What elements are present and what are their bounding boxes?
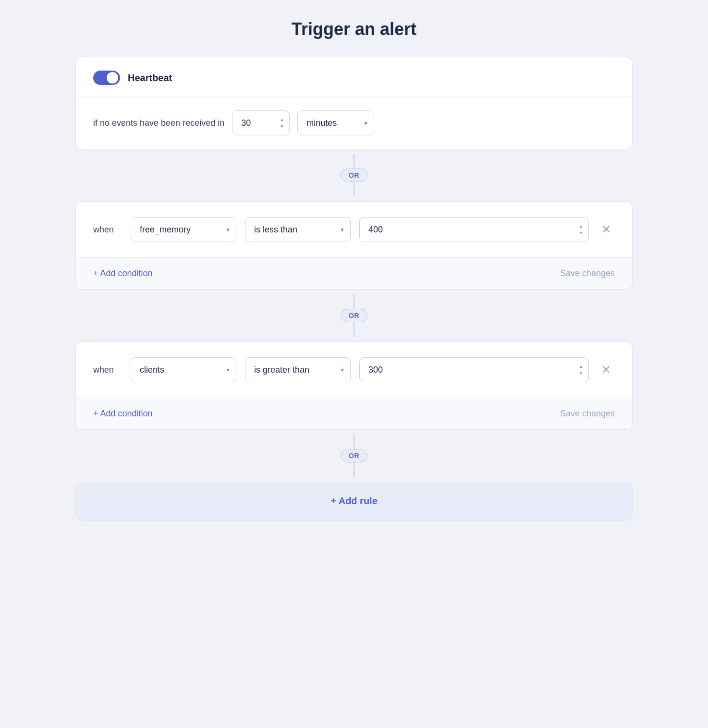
heartbeat-header: Heartbeat xyxy=(76,57,632,97)
condition-row-1: when free_memory clients cpu_usage memor… xyxy=(93,217,615,242)
heartbeat-unit-wrapper: minutes hours days ▾ xyxy=(297,110,374,135)
heartbeat-toggle[interactable] xyxy=(93,71,120,85)
rule-card-2: when free_memory clients cpu_usage memor… xyxy=(75,341,633,430)
value-wrapper-2: ▲ ▼ xyxy=(359,357,589,382)
or-line-bottom-3 xyxy=(354,462,354,477)
or-line-top-2 xyxy=(354,294,354,309)
heartbeat-description: if no events have been received in xyxy=(93,118,224,128)
condition-row-2: when free_memory clients cpu_usage memor… xyxy=(93,357,615,382)
add-condition-btn-1[interactable]: + Add condition xyxy=(93,268,153,279)
add-rule-btn[interactable]: + Add rule xyxy=(330,496,378,507)
when-label-2: when xyxy=(93,365,122,375)
operator-select-wrapper-1: is less than is greater than is equal to… xyxy=(245,217,351,242)
or-line-top-1 xyxy=(354,154,354,169)
rule-card-2-footer: + Add condition Save changes xyxy=(76,398,632,429)
heartbeat-spinner: ▲ ▼ xyxy=(278,117,286,129)
save-changes-btn-2[interactable]: Save changes xyxy=(560,409,615,419)
value-increment-2[interactable]: ▲ xyxy=(577,364,585,369)
or-connector-1: OR xyxy=(341,149,367,201)
value-input-2[interactable] xyxy=(359,357,589,382)
or-connector-2: OR xyxy=(341,290,367,341)
or-line-bottom-2 xyxy=(354,322,354,337)
add-condition-btn-2[interactable]: + Add condition xyxy=(93,409,153,419)
value-input-1[interactable] xyxy=(359,217,589,242)
value-increment-1[interactable]: ▲ xyxy=(577,223,585,229)
value-decrement-2[interactable]: ▼ xyxy=(577,370,585,376)
or-connector-3: OR xyxy=(341,430,367,482)
rule-card-1: when free_memory clients cpu_usage memor… xyxy=(75,201,633,290)
value-spinner-2: ▲ ▼ xyxy=(577,364,585,376)
heartbeat-body: if no events have been received in ▲ ▼ m… xyxy=(76,97,632,149)
value-spinner-1: ▲ ▼ xyxy=(577,223,585,236)
rule-card-1-footer: + Add condition Save changes xyxy=(76,257,632,289)
heartbeat-label: Heartbeat xyxy=(128,73,172,84)
value-wrapper-1: ▲ ▼ xyxy=(359,217,589,242)
heartbeat-card: Heartbeat if no events have been receive… xyxy=(75,57,633,149)
field-select-wrapper-2: free_memory clients cpu_usage memory ▾ xyxy=(131,357,236,382)
or-line-bottom-1 xyxy=(354,182,354,196)
page-title: Trigger an alert xyxy=(292,19,416,39)
heartbeat-decrement[interactable]: ▼ xyxy=(278,123,286,129)
rule-card-2-body: when free_memory clients cpu_usage memor… xyxy=(76,342,632,398)
toggle-knob xyxy=(107,72,118,84)
or-badge-3: OR xyxy=(341,449,367,462)
remove-condition-1[interactable]: ✕ xyxy=(598,222,615,237)
heartbeat-increment[interactable]: ▲ xyxy=(278,117,286,122)
field-select-wrapper-1: free_memory clients cpu_usage memory ▾ xyxy=(131,217,236,242)
value-decrement-1[interactable]: ▼ xyxy=(577,230,585,236)
main-container: Heartbeat if no events have been receive… xyxy=(75,57,633,521)
heartbeat-unit-select[interactable]: minutes hours days xyxy=(297,110,374,135)
remove-condition-2[interactable]: ✕ xyxy=(598,362,615,377)
or-badge-1: OR xyxy=(341,169,367,182)
operator-select-1[interactable]: is less than is greater than is equal to… xyxy=(245,217,351,242)
field-select-2[interactable]: free_memory clients cpu_usage memory xyxy=(131,357,236,382)
save-changes-btn-1[interactable]: Save changes xyxy=(560,268,615,279)
heartbeat-number-wrapper: ▲ ▼ xyxy=(232,110,290,135)
rule-card-1-body: when free_memory clients cpu_usage memor… xyxy=(76,202,632,257)
field-select-1[interactable]: free_memory clients cpu_usage memory xyxy=(131,217,236,242)
add-rule-card[interactable]: + Add rule xyxy=(75,482,633,521)
or-badge-2: OR xyxy=(341,309,367,322)
operator-select-2[interactable]: is less than is greater than is equal to… xyxy=(245,357,351,382)
when-label-1: when xyxy=(93,225,122,235)
or-line-top-3 xyxy=(354,435,354,449)
operator-select-wrapper-2: is less than is greater than is equal to… xyxy=(245,357,351,382)
